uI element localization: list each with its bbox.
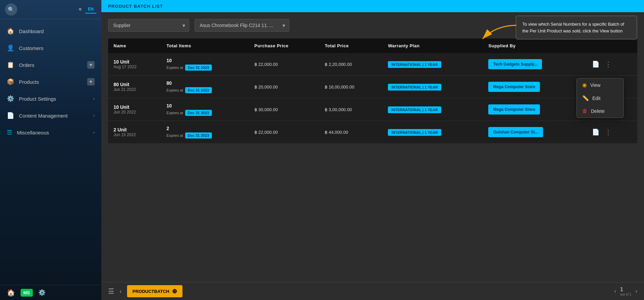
cell-supplier: Mega Computer Store [483, 98, 585, 121]
cell-total-price: ฿ 44,000.00 [319, 121, 382, 144]
pagination: ‹ 1 out of 1 › [614, 286, 637, 296]
product-batch-tag[interactable]: PRODUCTBATCH ⊕ [127, 285, 182, 297]
expires-row: Expires at Dec 31 2023 [167, 110, 212, 116]
search-button[interactable]: 🔍 [5, 3, 17, 16]
supplier-button[interactable]: Gulshan Computer St... [488, 127, 543, 137]
cell-purchase-price: ฿ 22,000.00 [249, 53, 319, 76]
more-options-button[interactable]: ⋮ [603, 59, 613, 70]
sidebar-item-customers[interactable]: 👤 Customers [0, 40, 101, 56]
dropdown-view-item[interactable]: ◉ View [577, 78, 623, 92]
warranty-badge: INTERNATIONAL | 1 YEAR [388, 84, 441, 91]
sidebar-item-content-management[interactable]: 📄 Content Management › [0, 107, 101, 124]
next-page-button[interactable]: › [636, 288, 637, 294]
unit-name: 80 Unit [114, 82, 156, 87]
sidebar-item-products[interactable]: 📦 Products + [0, 73, 101, 90]
expires-row: Expires at Dec 31 2023 [167, 65, 212, 71]
dropdown-delete-item[interactable]: 🗑 Delete [577, 105, 623, 118]
report-icon-button[interactable]: 📄 [591, 127, 601, 137]
tooltip-box: To view which Serial Numbers for a speci… [516, 16, 637, 40]
tooltip-text: To view which Serial Numbers for a speci… [522, 22, 624, 33]
sidebar-item-dashboard[interactable]: 🏠 Dashboard [0, 23, 101, 40]
expires-label: Expires at [167, 111, 183, 115]
page-title: PRODUCT BATCH LIST [108, 4, 163, 9]
expires-date-badge: Dec 31 2023 [185, 132, 212, 139]
sidebar-top: 🔍 বা EN [0, 0, 101, 19]
unit-date: Aug 17 2022 [114, 65, 156, 69]
products-add-icon[interactable]: + [87, 78, 95, 85]
table-row: 2 Unit Jun 15 2022 2 Expires at Dec 31 2… [108, 121, 637, 144]
supplier-button[interactable]: Tech Gadgets Supply... [488, 59, 542, 69]
action-cell: 📄 ⋮ [591, 59, 632, 70]
tooltip-arrow-svg [476, 22, 520, 42]
sidebar-item-label: Miscellaneous [17, 130, 49, 135]
col-actions [585, 39, 637, 53]
edit-icon: ✏️ [582, 95, 589, 101]
sidebar-item-label: Content Management [19, 113, 68, 119]
sidebar: 🔍 বা EN 🏠 Dashboard 👤 Customers 📋 Orders… [0, 0, 101, 300]
orders-icon: 📋 [7, 61, 14, 69]
batch-table: Name Total Items Purchase Price Total Pr… [108, 39, 637, 143]
batch-info: 2 Expires at Dec 31 2023 [167, 126, 244, 139]
col-name: Name [108, 39, 161, 53]
view-label: View [590, 82, 600, 88]
sidebar-item-orders[interactable]: 📋 Orders + [0, 56, 101, 73]
gear-bottom-icon[interactable]: ⚙️ [38, 289, 46, 296]
hamburger-button[interactable]: ☰ [108, 287, 114, 295]
cell-warranty: INTERNATIONAL | 1 YEAR [382, 53, 483, 76]
ms-badge: MS [21, 289, 33, 297]
cell-purchase-price: ฿ 22,000.00 [249, 121, 319, 144]
content-icon: 📄 [7, 112, 14, 119]
arrow-right-icon: › [93, 96, 95, 101]
unit-name: 10 Unit [114, 59, 156, 65]
expires-date-badge: Dec 31 2023 [185, 110, 212, 116]
cell-total-price: ฿ 2,20,000.00 [319, 53, 382, 76]
col-total-items: Total Items [161, 39, 249, 53]
sidebar-item-label: Product Settings [19, 96, 56, 102]
cell-total-price: ฿ 16,00,000.00 [319, 76, 382, 98]
current-page: 1 [620, 286, 631, 293]
product-settings-icon: ⚙️ [7, 95, 14, 102]
edit-label: Edit [592, 96, 600, 101]
cell-name: 80 Unit Jun 21 2022 [108, 76, 161, 98]
action-cell: 📄 ⋮ [591, 127, 632, 138]
lang-en-button[interactable]: EN [85, 5, 96, 14]
cell-supplier: Mega Computer Store [483, 76, 585, 98]
home-bottom-icon[interactable]: 🏠 [7, 289, 15, 297]
batch-count: 10 [167, 103, 172, 108]
back-button[interactable]: ‹ [120, 288, 122, 295]
sidebar-item-product-settings[interactable]: ⚙️ Product Settings › [0, 90, 101, 107]
customers-icon: 👤 [7, 44, 14, 52]
table-row: 80 Unit Jun 21 2022 80 Expires at Dec 31… [108, 76, 637, 98]
supplier-filter-wrap: Supplier Tech Gadgets Supply Mega Comput… [108, 19, 189, 32]
supplier-button[interactable]: Mega Computer Store [488, 104, 540, 115]
cell-supplier: Tech Gadgets Supply... [483, 53, 585, 76]
orders-add-icon[interactable]: + [87, 61, 95, 69]
lang-bd-button[interactable]: বা [76, 5, 84, 14]
content-area: Supplier Tech Gadgets Supply Mega Comput… [101, 12, 644, 282]
col-warranty-plan: Warranty Plan [382, 39, 483, 53]
cell-total-items: 80 Expires at Dec 31 2023 [161, 76, 249, 98]
batch-count: 2 [167, 126, 169, 131]
batch-info: 80 Expires at Dec 31 2023 [167, 80, 244, 93]
sidebar-nav: 🏠 Dashboard 👤 Customers 📋 Orders + 📦 Pro… [0, 19, 101, 285]
more-options-button[interactable]: ⋮ [603, 127, 613, 138]
cell-total-price: ฿ 3,00,000.00 [319, 98, 382, 121]
unit-date: Jun 20 2022 [114, 110, 156, 115]
cell-total-items: 10 Expires at Dec 31 2023 [161, 98, 249, 121]
page-info: 1 out of 1 [620, 286, 631, 296]
report-icon-button[interactable]: 📄 [591, 59, 601, 69]
batch-info: 10 Expires at Dec 31 2023 [167, 103, 244, 116]
table-header-row: Name Total Items Purchase Price Total Pr… [108, 39, 637, 53]
prev-page-button[interactable]: ‹ [614, 288, 616, 294]
home-icon: 🏠 [7, 27, 14, 35]
sidebar-item-label: Products [19, 79, 39, 85]
cell-supplier: Gulshan Computer St... [483, 121, 585, 144]
bottombar: ☰ ‹ PRODUCTBATCH ⊕ ‹ 1 out of 1 › [101, 282, 644, 300]
cell-name: 10 Unit Aug 17 2022 [108, 53, 161, 76]
product-select[interactable]: Asus Chromebook Flip C214 11. ... [195, 19, 289, 32]
supplier-select[interactable]: Supplier Tech Gadgets Supply Mega Comput… [108, 19, 189, 32]
expires-row: Expires at Dec 31 2023 [167, 87, 212, 93]
sidebar-item-miscellaneous[interactable]: ☰ Miscellaneous › [0, 124, 101, 141]
dropdown-edit-item[interactable]: ✏️ Edit [577, 92, 623, 105]
supplier-button[interactable]: Mega Computer Store [488, 82, 540, 92]
